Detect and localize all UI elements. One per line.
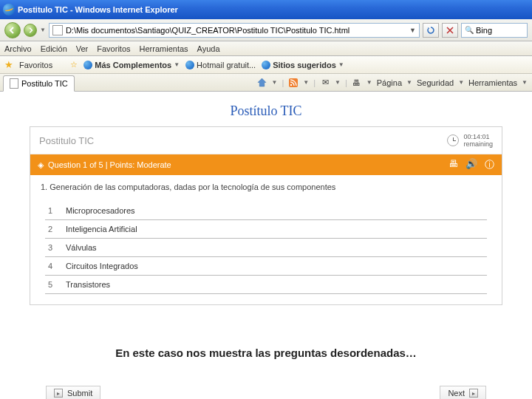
chevron-down-icon[interactable]: ▼ [335, 79, 341, 86]
ie-mini-icon [262, 61, 270, 69]
clock-icon [447, 134, 459, 146]
answer-num: 3 [48, 243, 58, 252]
answer-row[interactable]: 2Inteligencia Artificial [45, 220, 487, 239]
forward-button[interactable] [24, 24, 37, 37]
search-icon: 🔍 [465, 26, 474, 34]
favbar-hotmail[interactable]: Hotmail gratuit... [185, 61, 256, 69]
answer-text: Circuitos Integrados [66, 262, 138, 270]
nav-history-dropdown[interactable]: ▼ [40, 27, 46, 33]
stop-button[interactable] [442, 23, 458, 38]
quiz-main-title: Postítulo TIC [30, 103, 502, 119]
quiz-footer: ▸ Submit Next ▸ [30, 381, 502, 399]
cmd-herramientas[interactable]: Herramientas [468, 78, 517, 87]
nav-toolbar: ▼ ▼ 🔍 [0, 19, 532, 41]
mail-icon[interactable]: ✉ [320, 78, 330, 88]
search-box[interactable]: 🔍 [461, 23, 528, 38]
menu-favoritos[interactable]: Favoritos [97, 44, 130, 53]
favbar-mas-label: Más Complementos [95, 61, 171, 69]
chevron-down-icon[interactable]: ▼ [458, 79, 464, 86]
page-icon [10, 78, 18, 89]
print-icon[interactable]: 🖶 [449, 158, 458, 171]
answer-num: 4 [48, 262, 58, 270]
tab-bar: Postitulo TIC ▼ | ▼ | ✉▼ | 🖶 ▼ Página▼ S… [0, 74, 532, 92]
svg-point-1 [290, 83, 292, 85]
favbar-hotmail-label: Hotmail gratuit... [197, 61, 256, 69]
favbar-mas-complementos[interactable]: Más Complementos ▼ [83, 61, 180, 69]
home-icon[interactable] [257, 78, 267, 88]
sound-icon[interactable]: 🔊 [466, 158, 477, 171]
page-icon [52, 25, 63, 35]
next-button[interactable]: Next ▸ [440, 386, 486, 399]
answer-num: 5 [48, 280, 58, 289]
answer-text: Transistores [66, 280, 110, 289]
chevron-down-icon[interactable]: ▼ [272, 79, 278, 86]
cmd-pagina[interactable]: Página [377, 78, 402, 87]
answer-text: Inteligencia Artificial [66, 225, 137, 233]
answer-row[interactable]: 4Circuitos Integrados [45, 257, 487, 276]
address-input[interactable] [66, 26, 406, 35]
favbar-sugeridos[interactable]: Sitios sugeridos ▼ [262, 61, 344, 69]
menu-ver[interactable]: Ver [76, 44, 89, 53]
window-title: Postitulo TIC - Windows Internet Explore… [18, 5, 529, 14]
chevron-down-icon[interactable]: ▼ [303, 79, 309, 86]
page-content: Postítulo TIC Postitulo TIC 00:14:01 rem… [0, 92, 532, 399]
favbar-sugeridos-label: Sitios sugeridos [273, 61, 336, 69]
command-bar: ▼ | ▼ | ✉▼ | 🖶 ▼ Página▼ Seguridad▼ Herr… [257, 78, 532, 88]
menu-herramientas[interactable]: Herramientas [140, 44, 188, 53]
answers-list: 1Microprocesadores 2Inteligencia Artific… [30, 199, 502, 304]
back-button[interactable] [4, 22, 21, 38]
quiz-status-bar: ◈ Question 1 of 5 | Points: Moderate 🖶 🔊… [30, 154, 502, 175]
add-fav-icon[interactable]: ☆ [70, 60, 78, 69]
quiz-header: Postitulo TIC 00:14:01 remaining [30, 127, 502, 154]
answer-row[interactable]: 3Válvulas [45, 239, 487, 257]
submit-icon: ▸ [54, 389, 63, 398]
print-icon[interactable]: 🖶 [352, 78, 362, 88]
tab-label: Postitulo TIC [21, 79, 68, 88]
chevron-down-icon[interactable]: ▼ [522, 79, 528, 86]
menu-edicion[interactable]: Edición [41, 44, 67, 53]
address-dropdown-icon[interactable]: ▼ [409, 27, 416, 34]
menu-bar: Archivo Edición Ver Favoritos Herramient… [0, 41, 532, 56]
next-icon: ▸ [469, 389, 478, 398]
info-icon[interactable]: ⓘ [485, 158, 494, 171]
marker-icon: ◈ [38, 160, 44, 170]
cmd-seguridad[interactable]: Seguridad [417, 78, 454, 87]
timer-time: 00:14:01 [463, 133, 493, 140]
answer-num: 1 [48, 206, 58, 215]
question-text: 1. Generación de las computadoras, dadas… [30, 175, 502, 199]
refresh-button[interactable] [423, 23, 439, 38]
favorites-label[interactable]: Favoritos [19, 61, 52, 69]
favorites-star-icon[interactable]: ★ [4, 59, 13, 70]
answer-text: Válvulas [66, 243, 97, 252]
favorites-bar: ★ Favoritos ☆ Más Complementos ▼ Hotmail… [0, 56, 532, 74]
quiz-subtitle: Postitulo TIC [39, 135, 94, 146]
answer-num: 2 [48, 225, 58, 233]
submit-button[interactable]: ▸ Submit [46, 386, 100, 399]
answer-row[interactable]: 1Microprocesadores [45, 202, 487, 220]
ie-mini-icon [83, 61, 92, 69]
feeds-icon[interactable] [288, 78, 299, 88]
timer-label: remaining [463, 140, 493, 148]
address-bar[interactable]: ▼ [49, 23, 420, 38]
slide-caption: En este caso nos muestra las preguntas d… [30, 347, 502, 359]
menu-ayuda[interactable]: Ayuda [197, 44, 220, 53]
menu-archivo[interactable]: Archivo [4, 44, 32, 53]
answer-row[interactable]: 5Transistores [45, 276, 487, 294]
submit-label: Submit [67, 389, 92, 398]
search-input[interactable] [476, 26, 520, 35]
chevron-down-icon[interactable]: ▼ [366, 79, 372, 86]
chevron-down-icon: ▼ [174, 61, 180, 68]
answer-text: Microprocesadores [66, 206, 135, 215]
question-counter: Question 1 of 5 | Points: Moderate [48, 160, 171, 169]
quiz-container: Postitulo TIC 00:14:01 remaining ◈ Quest… [30, 126, 502, 305]
ie-icon [3, 4, 15, 16]
svg-rect-0 [289, 78, 298, 87]
quiz-timer: 00:14:01 remaining [447, 133, 493, 148]
ie-mini-icon [185, 61, 194, 69]
chevron-down-icon[interactable]: ▼ [406, 79, 412, 86]
window-titlebar: Postitulo TIC - Windows Internet Explore… [0, 0, 532, 19]
tab-postitulo[interactable]: Postitulo TIC [3, 75, 75, 92]
chevron-down-icon: ▼ [338, 61, 344, 68]
next-label: Next [448, 389, 465, 398]
